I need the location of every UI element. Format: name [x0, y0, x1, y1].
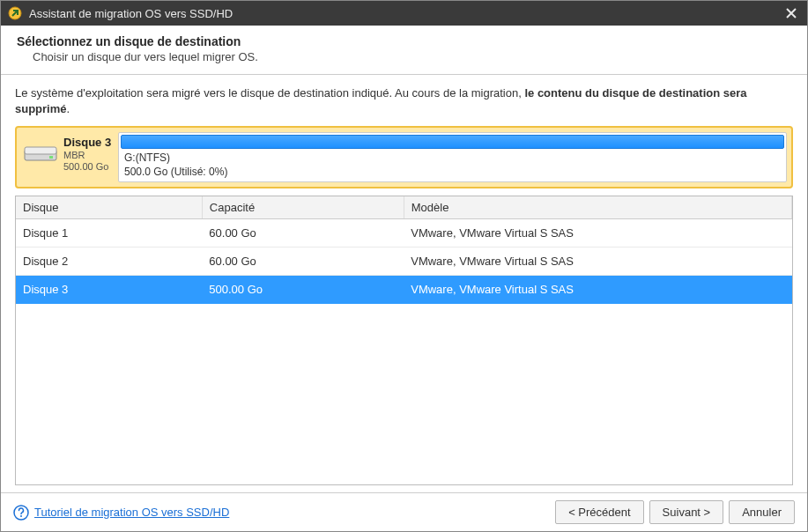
cell-capacity: 60.00 Go [202, 218, 404, 247]
partition-area: G:(NTFS) 500.0 Go (Utilisé: 0%) [118, 132, 787, 181]
disk-info-block: Disque 3 MBR 500.00 Go [21, 132, 118, 181]
info-prefix: Le système d'exploitation sera migré ver… [15, 86, 524, 100]
col-header-capacity[interactable]: Capacité [202, 196, 404, 219]
close-button[interactable] [782, 4, 800, 22]
window-title: Assistant de migration OS vers SSD/HD [29, 7, 782, 20]
wizard-footer: Tutoriel de migration OS vers SSD/HD < P… [1, 492, 807, 531]
partition-bar [121, 135, 784, 149]
cell-model: VMware, VMware Virtual S SAS [404, 247, 791, 275]
partition-label: G:(NTFS) [121, 151, 784, 166]
hard-drive-icon [23, 144, 58, 165]
col-header-disk[interactable]: Disque [16, 196, 202, 219]
selected-disk-capacity: 500.00 Go [63, 161, 111, 173]
wizard-header: Sélectionnez un disque de destination Ch… [1, 26, 807, 75]
app-icon [8, 6, 22, 20]
page-subheading: Choisir un disque dur vers lequel migrer… [17, 50, 791, 63]
tutorial-link-label: Tutoriel de migration OS vers SSD/HD [34, 506, 229, 519]
next-button[interactable]: Suivant > [649, 500, 724, 524]
svg-rect-3 [49, 156, 53, 159]
info-text: Le système d'exploitation sera migré ver… [15, 85, 793, 117]
disk-table-body: Disque 1 60.00 Go VMware, VMware Virtual… [16, 218, 792, 303]
disk-table: Disque Capacité Modèle Disque 1 60.00 Go… [16, 196, 792, 304]
disk-table-wrap: Disque Capacité Modèle Disque 1 60.00 Go… [15, 196, 793, 485]
partition-usage: 500.0 Go (Utilisé: 0%) [121, 166, 784, 180]
cell-disk: Disque 3 [16, 275, 202, 303]
cell-model: VMware, VMware Virtual S SAS [404, 275, 791, 303]
table-row[interactable]: Disque 3 500.00 Go VMware, VMware Virtua… [16, 275, 792, 303]
help-icon [13, 505, 29, 521]
table-header-row: Disque Capacité Modèle [16, 196, 792, 219]
selected-disk-scheme: MBR [63, 150, 111, 161]
titlebar: Assistant de migration OS vers SSD/HD [1, 1, 807, 26]
cancel-button[interactable]: Annuler [729, 500, 795, 524]
selected-disk-panel: Disque 3 MBR 500.00 Go G:(NTFS) 500.0 Go… [15, 126, 793, 188]
tutorial-link[interactable]: Tutoriel de migration OS vers SSD/HD [13, 505, 229, 521]
page-heading: Sélectionnez un disque de destination [17, 34, 791, 48]
wizard-content: Le système d'exploitation sera migré ver… [1, 75, 807, 492]
cell-capacity: 500.00 Go [202, 275, 404, 303]
back-button[interactable]: < Précédent [555, 500, 643, 524]
svg-rect-2 [25, 147, 56, 154]
table-row[interactable]: Disque 2 60.00 Go VMware, VMware Virtual… [16, 247, 792, 275]
col-header-model[interactable]: Modèle [404, 196, 791, 219]
selected-disk-name: Disque 3 [63, 136, 111, 150]
close-icon [786, 8, 797, 18]
cell-model: VMware, VMware Virtual S SAS [404, 218, 791, 247]
cell-disk: Disque 2 [16, 247, 202, 275]
cell-disk: Disque 1 [16, 218, 202, 247]
table-row[interactable]: Disque 1 60.00 Go VMware, VMware Virtual… [16, 218, 792, 247]
svg-point-5 [20, 515, 22, 517]
migration-wizard-window: Assistant de migration OS vers SSD/HD Sé… [0, 0, 808, 532]
info-suffix: . [67, 102, 70, 115]
cell-capacity: 60.00 Go [202, 247, 404, 275]
